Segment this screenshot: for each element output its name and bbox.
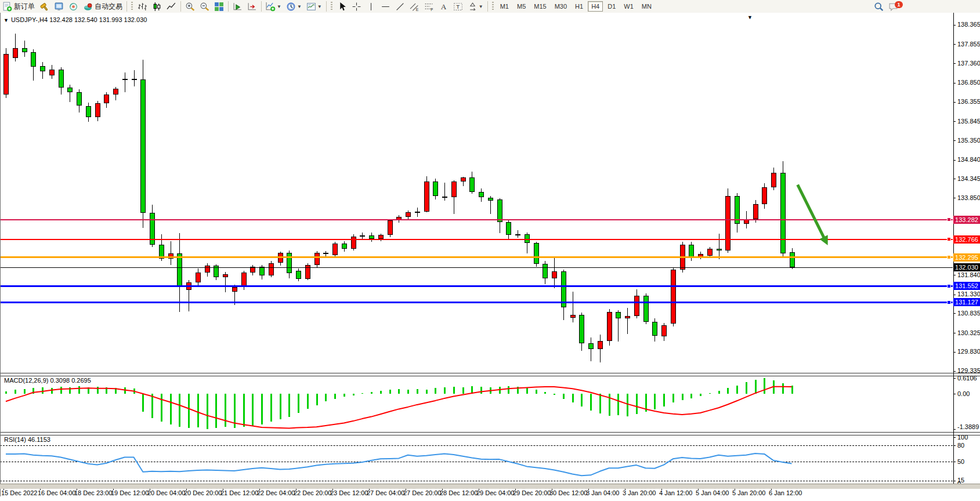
toolbar: 新订单自动交易▼▼▼EFAT▼M1M5M15M30H1H4D1W1MN bbox=[0, 0, 980, 13]
autotrading-button[interactable]: 自动交易 bbox=[81, 1, 124, 12]
toolbar-separator bbox=[180, 1, 181, 12]
chart-shift-button[interactable] bbox=[245, 1, 259, 12]
timeframe-d1-button[interactable]: D1 bbox=[604, 1, 619, 12]
price-axis-tick bbox=[953, 25, 956, 26]
chart-window: ▼USDJPY-,H4 132.428 132.540 131.993 132.… bbox=[0, 13, 980, 501]
chart-shift-icon bbox=[247, 2, 257, 12]
bar-chart-button[interactable] bbox=[136, 1, 149, 12]
price-axis-tick bbox=[953, 121, 956, 122]
chat-button[interactable]: 1 bbox=[887, 1, 900, 12]
line-chart-button[interactable] bbox=[165, 1, 178, 12]
text-label-button[interactable]: T bbox=[451, 1, 465, 12]
status-bar bbox=[0, 484, 980, 489]
zoom-in-icon bbox=[185, 2, 195, 12]
macd-axis-tick bbox=[953, 429, 956, 430]
horizontal-line-icon bbox=[381, 2, 390, 12]
text-icon: A bbox=[439, 2, 449, 12]
bar-chart-icon bbox=[138, 2, 147, 12]
price-axis-label: 137.360 bbox=[957, 60, 980, 67]
equidistant-channel-button[interactable]: E bbox=[408, 1, 421, 12]
indicators-button[interactable]: ▼ bbox=[264, 1, 283, 12]
templates-button[interactable]: ▼ bbox=[305, 1, 324, 12]
price-level-label: 133.282 bbox=[953, 216, 980, 224]
rsi-axis-label: 100 bbox=[957, 434, 968, 441]
periods-button[interactable]: ▼ bbox=[284, 1, 303, 12]
trendline-icon bbox=[395, 2, 405, 12]
templates-icon bbox=[306, 2, 316, 12]
toolbar-right-group: 1 bbox=[871, 0, 901, 13]
search-icon bbox=[874, 2, 884, 12]
indicators-icon bbox=[266, 2, 276, 12]
price-axis-tick bbox=[953, 44, 956, 45]
arrows-button[interactable]: ▼ bbox=[466, 1, 485, 12]
svg-text:E: E bbox=[415, 7, 418, 11]
metaeditor-icon bbox=[39, 2, 49, 12]
price-axis-tick bbox=[953, 83, 956, 84]
price-axis-label: 136.850 bbox=[957, 79, 980, 86]
price-axis-tick bbox=[953, 371, 956, 372]
price-axis-label: 134.345 bbox=[957, 175, 980, 182]
text-button[interactable]: A bbox=[437, 1, 450, 12]
market-watch-button[interactable] bbox=[52, 1, 66, 12]
notification-badge: 1 bbox=[895, 1, 903, 8]
crosshair-button[interactable] bbox=[350, 1, 363, 12]
new-order-button[interactable]: 新订单 bbox=[1, 1, 37, 12]
price-axis-label: 130.325 bbox=[957, 329, 980, 336]
tile-windows-icon bbox=[214, 2, 224, 12]
price-axis-label: 138.365 bbox=[957, 21, 980, 28]
fibonacci-button[interactable]: F bbox=[422, 1, 436, 12]
window-left-edge bbox=[0, 13, 1, 496]
tile-windows-button[interactable] bbox=[212, 1, 226, 12]
sell-arrow-annotation[interactable] bbox=[0, 13, 953, 501]
price-axis-tick bbox=[953, 275, 956, 275]
price-axis-label: 137.855 bbox=[957, 41, 980, 48]
vertical-line-button[interactable] bbox=[364, 1, 378, 12]
price-axis-tick bbox=[953, 63, 956, 64]
zoom-in-button[interactable] bbox=[183, 1, 197, 12]
signals-button[interactable] bbox=[67, 1, 80, 12]
cursor-icon bbox=[337, 2, 347, 12]
toolbar-grip bbox=[331, 2, 332, 11]
macd-axis-label: -1.3889 bbox=[957, 423, 979, 430]
auto-scroll-button[interactable] bbox=[231, 1, 244, 12]
price-axis-tick bbox=[953, 295, 956, 295]
price-axis-label: 130.835 bbox=[957, 310, 980, 317]
price-axis-line bbox=[953, 13, 954, 487]
timeframe-m15-button[interactable]: M15 bbox=[530, 1, 549, 12]
timeframe-m5-button[interactable]: M5 bbox=[513, 1, 529, 12]
price-axis-label: 129.830 bbox=[957, 348, 980, 355]
dropdown-arrow-icon: ▼ bbox=[277, 4, 281, 9]
timeframe-h1-button[interactable]: H1 bbox=[572, 1, 587, 12]
cursor-button[interactable] bbox=[335, 1, 349, 12]
dropdown-arrow-icon: ▼ bbox=[317, 4, 322, 9]
signals-icon bbox=[68, 2, 78, 12]
horizontal-line-button[interactable] bbox=[379, 1, 392, 12]
timeframe-h4-button[interactable]: H4 bbox=[588, 1, 603, 12]
price-axis-tick bbox=[953, 333, 956, 333]
price-axis-label: 133.850 bbox=[957, 194, 980, 201]
metaeditor-button[interactable] bbox=[38, 1, 51, 12]
toolbar-grip bbox=[131, 2, 133, 11]
macd-axis-tick bbox=[953, 394, 956, 394]
price-axis-tick bbox=[953, 140, 956, 141]
new-order-label: 新订单 bbox=[14, 2, 35, 12]
crosshair-icon bbox=[352, 2, 361, 12]
equidistant-channel-icon: E bbox=[410, 2, 420, 12]
toolbar-separator bbox=[487, 1, 488, 12]
rsi-axis-label: 50 bbox=[957, 458, 964, 465]
timeframe-mn-button[interactable]: MN bbox=[638, 1, 655, 12]
trendline-button[interactable] bbox=[393, 1, 407, 12]
search-button[interactable] bbox=[872, 1, 885, 12]
timeframe-w1-button[interactable]: W1 bbox=[620, 1, 637, 12]
zoom-out-button[interactable] bbox=[198, 1, 211, 12]
dropdown-arrow-icon: ▼ bbox=[479, 4, 483, 9]
fibonacci-icon: F bbox=[424, 2, 434, 12]
toolbar-separator bbox=[126, 1, 127, 12]
toolbar-separator bbox=[261, 1, 262, 12]
price-axis-label: 135.845 bbox=[957, 118, 980, 125]
new-order-icon bbox=[2, 2, 12, 12]
timeframe-m30-button[interactable]: M30 bbox=[551, 1, 570, 12]
svg-text:T: T bbox=[456, 3, 460, 10]
candlestick-chart-button[interactable] bbox=[150, 1, 164, 12]
timeframe-m1-button[interactable]: M1 bbox=[497, 1, 512, 12]
